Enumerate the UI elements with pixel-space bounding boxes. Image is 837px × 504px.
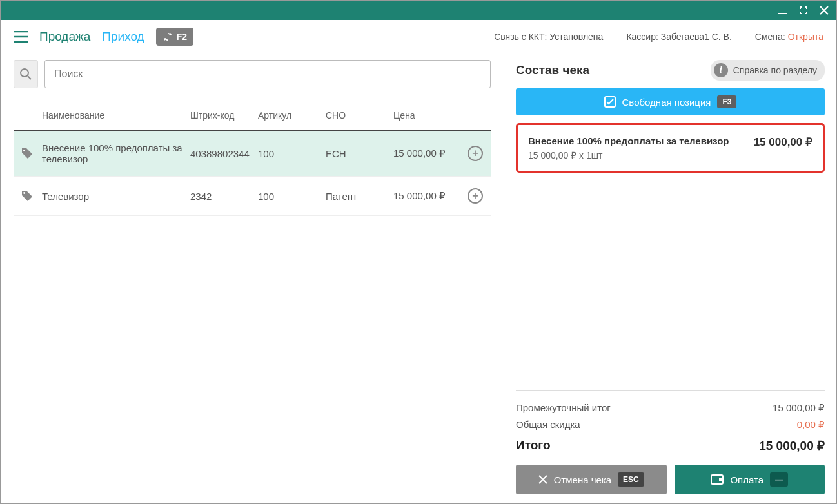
- receipt-item-sub: 15 000,00 ₽ x 1шт: [528, 150, 729, 160]
- cell-price: 15 000,00 ₽: [393, 190, 458, 202]
- add-item-button[interactable]: +: [468, 146, 483, 161]
- cell-sno: Патент: [326, 191, 393, 202]
- kkt-status: Связь с ККТ: Установлена: [494, 32, 603, 42]
- receipt-item-name: Внесение 100% предоплаты за телевизор: [528, 135, 729, 146]
- shift-status: Смена: Открыта: [755, 32, 823, 42]
- col-header-name: Наименование: [42, 110, 190, 121]
- table-header: Наименование Штрих-код Артикул СНО Цена: [14, 101, 491, 131]
- help-button[interactable]: i Справка по разделу: [711, 60, 825, 81]
- checkbox-icon: [604, 96, 616, 108]
- cell-article: 100: [258, 191, 326, 202]
- table-row[interactable]: Телевизор2342100Патент15 000,00 ₽+: [14, 177, 491, 216]
- total-label: Итого: [516, 438, 551, 453]
- cell-sno: ЕСН: [326, 148, 393, 159]
- subtotal-label: Промежуточный итог: [516, 402, 611, 414]
- col-header-article: Артикул: [258, 110, 326, 121]
- tag-icon: [21, 148, 42, 159]
- f3-key-label: F3: [717, 95, 736, 108]
- svg-point-1: [21, 69, 28, 77]
- discount-label: Общая скидка: [516, 419, 580, 431]
- pay-button[interactable]: Оплата —: [675, 465, 825, 494]
- refresh-icon: [162, 32, 173, 42]
- free-position-button[interactable]: Свободная позиция F3: [516, 88, 825, 115]
- receipt-item-highlighted[interactable]: Внесение 100% предоплаты за телевизор 15…: [516, 123, 825, 173]
- app-window: Продажа Приход F2 Связь с ККТ: Установле…: [0, 0, 837, 504]
- close-icon[interactable]: [817, 3, 831, 17]
- svg-point-3: [23, 192, 25, 194]
- cancel-label: Отмена чека: [554, 474, 611, 485]
- search-icon[interactable]: [14, 60, 38, 88]
- titlebar: [1, 1, 836, 20]
- discount-value: 0,00 ₽: [797, 419, 825, 431]
- free-position-label: Свободная позиция: [622, 97, 711, 108]
- main-header: Продажа Приход F2 Связь с ККТ: Установле…: [1, 20, 836, 53]
- cell-name: Внесение 100% предоплаты за телевизор: [42, 142, 190, 164]
- cell-price: 15 000,00 ₽: [393, 148, 458, 159]
- tab-income[interactable]: Приход: [102, 30, 144, 44]
- catalog-panel: Наименование Штрих-код Артикул СНО Цена …: [1, 53, 504, 504]
- search-input[interactable]: [44, 60, 491, 88]
- info-icon: i: [714, 63, 728, 77]
- table-row[interactable]: Внесение 100% предоплаты за телевизор403…: [14, 131, 491, 177]
- pay-label: Оплата: [730, 474, 763, 485]
- content-area: Наименование Штрих-код Артикул СНО Цена …: [1, 53, 836, 504]
- svg-rect-0: [778, 13, 787, 14]
- svg-point-2: [23, 150, 25, 151]
- f2-key-label: F2: [177, 32, 187, 42]
- add-item-button[interactable]: +: [468, 188, 483, 204]
- receipt-panel: Состав чека i Справка по разделу Свободн…: [504, 53, 836, 504]
- menu-icon[interactable]: [14, 31, 28, 43]
- cashier-status: Кассир: Забегаева1 С. В.: [626, 32, 731, 42]
- receipt-title: Состав чека: [516, 63, 589, 77]
- col-header-price: Цена: [393, 110, 458, 121]
- wallet-icon: [711, 474, 724, 485]
- esc-key-label: ESC: [618, 472, 644, 487]
- cell-name: Телевизор: [42, 191, 190, 202]
- total-value: 15 000,00 ₽: [759, 438, 825, 453]
- tab-sale[interactable]: Продажа: [39, 30, 90, 44]
- subtotal-value: 15 000,00 ₽: [773, 402, 825, 414]
- maximize-icon[interactable]: [796, 3, 811, 17]
- svg-rect-6: [719, 478, 724, 481]
- pay-key-label: —: [770, 472, 788, 487]
- minimize-icon[interactable]: [776, 3, 790, 17]
- cell-article: 100: [258, 148, 326, 159]
- col-header-sno: СНО: [326, 110, 393, 121]
- receipt-item-price: 15 000,00 ₽: [754, 135, 812, 149]
- col-header-barcode: Штрих-код: [190, 110, 258, 121]
- cancel-receipt-button[interactable]: Отмена чека ESC: [516, 465, 667, 494]
- cell-barcode: 40389802344: [190, 148, 258, 159]
- cell-barcode: 2342: [190, 191, 258, 202]
- refresh-button[interactable]: F2: [156, 28, 193, 46]
- help-label: Справка по разделу: [733, 65, 817, 75]
- totals-section: Промежуточный итог 15 000,00 ₽ Общая ски…: [516, 390, 825, 456]
- tag-icon: [21, 190, 42, 202]
- close-icon: [538, 475, 547, 484]
